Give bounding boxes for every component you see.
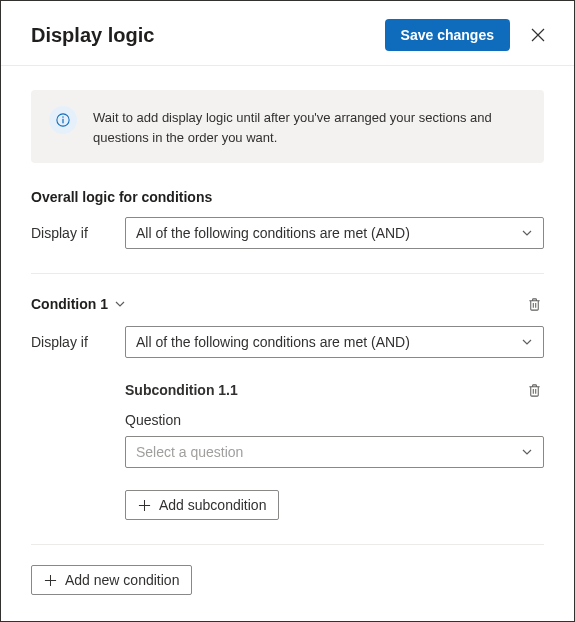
- condition-logic-select-value: All of the following conditions are met …: [136, 334, 410, 350]
- info-banner: Wait to add display logic until after yo…: [31, 90, 544, 163]
- svg-rect-2: [62, 119, 63, 124]
- condition-display-if-label: Display if: [31, 334, 107, 350]
- question-select[interactable]: Select a question: [125, 436, 544, 468]
- condition-title-toggle[interactable]: Condition 1: [31, 296, 126, 312]
- info-text: Wait to add display logic until after yo…: [93, 106, 526, 147]
- chevron-down-icon: [521, 227, 533, 239]
- page-title: Display logic: [31, 24, 154, 47]
- add-condition-label: Add new condition: [65, 572, 179, 588]
- info-icon: [56, 113, 70, 127]
- question-select-placeholder: Select a question: [136, 444, 243, 460]
- info-icon-wrap: [49, 106, 77, 134]
- question-label: Question: [125, 412, 544, 428]
- overall-logic-select[interactable]: All of the following conditions are met …: [125, 217, 544, 249]
- overall-logic-heading: Overall logic for conditions: [31, 189, 544, 205]
- panel-header: Display logic Save changes: [1, 1, 574, 65]
- header-divider: [1, 65, 574, 66]
- overall-display-if-row: Display if All of the following conditio…: [31, 217, 544, 249]
- plus-icon: [44, 574, 57, 587]
- chevron-down-icon: [521, 336, 533, 348]
- subcondition-title: Subcondition 1.1: [125, 382, 238, 398]
- add-condition-button[interactable]: Add new condition: [31, 565, 192, 595]
- display-logic-panel: Display logic Save changes Wait to add d…: [0, 0, 575, 622]
- trash-icon: [527, 297, 542, 312]
- close-button[interactable]: [524, 21, 552, 49]
- add-subcondition-button[interactable]: Add subcondition: [125, 490, 279, 520]
- chevron-down-icon: [114, 298, 126, 310]
- overall-logic-select-value: All of the following conditions are met …: [136, 225, 410, 241]
- condition-display-if-row: Display if All of the following conditio…: [31, 326, 544, 358]
- condition-title: Condition 1: [31, 296, 108, 312]
- header-actions: Save changes: [385, 19, 552, 51]
- panel-content: Wait to add display logic until after yo…: [1, 90, 574, 545]
- footer: Add new condition: [1, 545, 574, 615]
- condition-logic-select[interactable]: All of the following conditions are met …: [125, 326, 544, 358]
- delete-condition-button[interactable]: [524, 294, 544, 314]
- add-subcondition-label: Add subcondition: [159, 497, 266, 513]
- svg-point-1: [62, 116, 64, 118]
- overall-divider: [31, 273, 544, 274]
- delete-subcondition-button[interactable]: [524, 380, 544, 400]
- condition-header: Condition 1: [31, 294, 544, 314]
- trash-icon: [527, 383, 542, 398]
- save-button[interactable]: Save changes: [385, 19, 510, 51]
- subcondition-header: Subcondition 1.1: [125, 380, 544, 400]
- subcondition-block: Subcondition 1.1 Question Select a quest…: [125, 380, 544, 520]
- close-icon: [530, 27, 546, 43]
- chevron-down-icon: [521, 446, 533, 458]
- plus-icon: [138, 499, 151, 512]
- overall-display-if-label: Display if: [31, 225, 107, 241]
